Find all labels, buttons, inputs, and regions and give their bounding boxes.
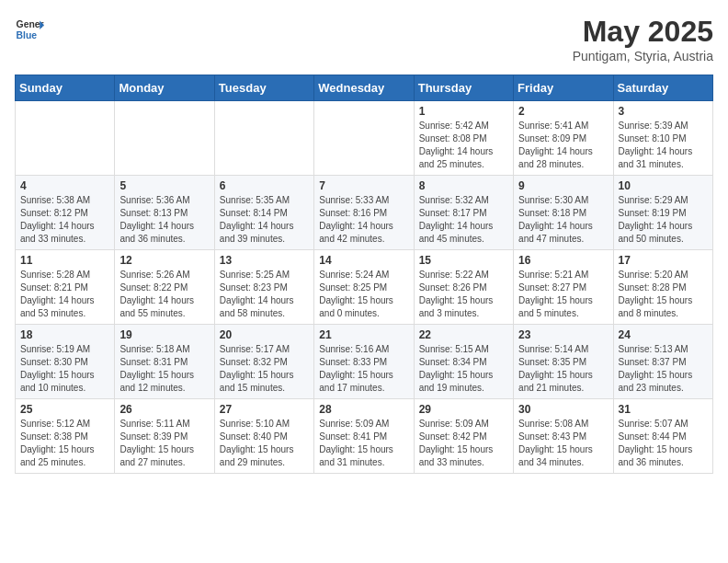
day-info: Sunrise: 5:35 AM Sunset: 8:14 PM Dayligh… <box>220 194 309 246</box>
weekday-header: Monday <box>115 75 214 101</box>
day-number: 5 <box>119 179 209 192</box>
day-number: 19 <box>119 328 209 341</box>
day-info: Sunrise: 5:14 AM Sunset: 8:35 PM Dayligh… <box>518 343 608 395</box>
calendar-cell: 19Sunrise: 5:18 AM Sunset: 8:31 PM Dayli… <box>115 325 214 399</box>
day-number: 21 <box>319 328 408 341</box>
day-info: Sunrise: 5:30 AM Sunset: 8:18 PM Dayligh… <box>518 194 608 246</box>
day-number: 26 <box>119 403 209 416</box>
day-info: Sunrise: 5:19 AM Sunset: 8:30 PM Dayligh… <box>20 343 109 395</box>
calendar-week-row: 11Sunrise: 5:28 AM Sunset: 8:21 PM Dayli… <box>16 250 713 325</box>
day-info: Sunrise: 5:11 AM Sunset: 8:39 PM Dayligh… <box>119 418 209 469</box>
calendar-table: SundayMondayTuesdayWednesdayThursdayFrid… <box>15 75 713 474</box>
calendar-cell: 11Sunrise: 5:28 AM Sunset: 8:21 PM Dayli… <box>16 250 115 325</box>
calendar-cell: 3Sunrise: 5:39 AM Sunset: 8:10 PM Daylig… <box>613 101 712 176</box>
calendar-cell <box>314 101 414 176</box>
calendar-cell: 23Sunrise: 5:14 AM Sunset: 8:35 PM Dayli… <box>514 325 613 399</box>
day-number: 20 <box>220 328 309 341</box>
title-block: May 2025 Puntigam, Styria, Austria <box>573 15 713 63</box>
day-number: 3 <box>619 105 708 118</box>
calendar-cell: 10Sunrise: 5:29 AM Sunset: 8:19 PM Dayli… <box>613 176 712 250</box>
day-number: 23 <box>518 328 608 341</box>
day-info: Sunrise: 5:28 AM Sunset: 8:21 PM Dayligh… <box>20 269 109 320</box>
day-info: Sunrise: 5:08 AM Sunset: 8:43 PM Dayligh… <box>518 418 608 469</box>
day-info: Sunrise: 5:18 AM Sunset: 8:31 PM Dayligh… <box>119 343 209 395</box>
day-number: 13 <box>220 254 309 267</box>
day-number: 9 <box>518 179 608 192</box>
calendar-cell: 2Sunrise: 5:41 AM Sunset: 8:09 PM Daylig… <box>514 101 613 176</box>
calendar-cell: 27Sunrise: 5:10 AM Sunset: 8:40 PM Dayli… <box>214 399 313 474</box>
subtitle: Puntigam, Styria, Austria <box>573 49 713 63</box>
day-info: Sunrise: 5:39 AM Sunset: 8:10 PM Dayligh… <box>619 120 708 171</box>
calendar-cell: 1Sunrise: 5:42 AM Sunset: 8:08 PM Daylig… <box>414 101 513 176</box>
day-number: 25 <box>20 403 109 416</box>
day-info: Sunrise: 5:21 AM Sunset: 8:27 PM Dayligh… <box>518 269 608 320</box>
calendar-cell: 22Sunrise: 5:15 AM Sunset: 8:34 PM Dayli… <box>414 325 513 399</box>
day-info: Sunrise: 5:42 AM Sunset: 8:08 PM Dayligh… <box>419 120 508 171</box>
calendar-cell <box>115 101 214 176</box>
day-info: Sunrise: 5:07 AM Sunset: 8:44 PM Dayligh… <box>619 418 708 469</box>
day-number: 27 <box>220 403 309 416</box>
calendar-week-row: 1Sunrise: 5:42 AM Sunset: 8:08 PM Daylig… <box>16 101 713 176</box>
calendar-cell: 21Sunrise: 5:16 AM Sunset: 8:33 PM Dayli… <box>314 325 414 399</box>
day-number: 6 <box>220 179 309 192</box>
day-number: 14 <box>319 254 408 267</box>
day-info: Sunrise: 5:33 AM Sunset: 8:16 PM Dayligh… <box>319 194 408 246</box>
day-number: 8 <box>419 179 508 192</box>
weekday-header: Thursday <box>414 75 513 101</box>
day-info: Sunrise: 5:32 AM Sunset: 8:17 PM Dayligh… <box>419 194 508 246</box>
calendar-cell: 28Sunrise: 5:09 AM Sunset: 8:41 PM Dayli… <box>314 399 414 474</box>
day-number: 10 <box>619 179 708 192</box>
day-info: Sunrise: 5:09 AM Sunset: 8:42 PM Dayligh… <box>419 418 508 469</box>
svg-text:Blue: Blue <box>17 30 38 40</box>
day-info: Sunrise: 5:26 AM Sunset: 8:22 PM Dayligh… <box>119 269 209 320</box>
calendar-cell: 6Sunrise: 5:35 AM Sunset: 8:14 PM Daylig… <box>214 176 313 250</box>
day-number: 28 <box>319 403 408 416</box>
calendar-cell: 20Sunrise: 5:17 AM Sunset: 8:32 PM Dayli… <box>214 325 313 399</box>
day-number: 1 <box>419 105 508 118</box>
day-info: Sunrise: 5:16 AM Sunset: 8:33 PM Dayligh… <box>319 343 408 395</box>
day-info: Sunrise: 5:22 AM Sunset: 8:26 PM Dayligh… <box>419 269 508 320</box>
calendar-cell: 26Sunrise: 5:11 AM Sunset: 8:39 PM Dayli… <box>115 399 214 474</box>
day-number: 4 <box>20 179 109 192</box>
day-number: 16 <box>518 254 608 267</box>
day-info: Sunrise: 5:25 AM Sunset: 8:23 PM Dayligh… <box>220 269 309 320</box>
calendar-cell: 12Sunrise: 5:26 AM Sunset: 8:22 PM Dayli… <box>115 250 214 325</box>
day-info: Sunrise: 5:29 AM Sunset: 8:19 PM Dayligh… <box>619 194 708 246</box>
day-number: 30 <box>518 403 608 416</box>
day-info: Sunrise: 5:20 AM Sunset: 8:28 PM Dayligh… <box>619 269 708 320</box>
calendar-cell: 25Sunrise: 5:12 AM Sunset: 8:38 PM Dayli… <box>16 399 115 474</box>
day-number: 15 <box>419 254 508 267</box>
day-info: Sunrise: 5:36 AM Sunset: 8:13 PM Dayligh… <box>119 194 209 246</box>
day-number: 11 <box>20 254 109 267</box>
calendar-cell: 31Sunrise: 5:07 AM Sunset: 8:44 PM Dayli… <box>613 399 712 474</box>
calendar-cell: 16Sunrise: 5:21 AM Sunset: 8:27 PM Dayli… <box>514 250 613 325</box>
day-info: Sunrise: 5:38 AM Sunset: 8:12 PM Dayligh… <box>20 194 109 246</box>
day-number: 29 <box>419 403 508 416</box>
day-number: 24 <box>619 328 708 341</box>
day-info: Sunrise: 5:15 AM Sunset: 8:34 PM Dayligh… <box>419 343 508 395</box>
calendar-cell: 5Sunrise: 5:36 AM Sunset: 8:13 PM Daylig… <box>115 176 214 250</box>
calendar-cell: 8Sunrise: 5:32 AM Sunset: 8:17 PM Daylig… <box>414 176 513 250</box>
day-number: 17 <box>619 254 708 267</box>
calendar-cell: 7Sunrise: 5:33 AM Sunset: 8:16 PM Daylig… <box>314 176 414 250</box>
weekday-header: Wednesday <box>314 75 414 101</box>
day-number: 12 <box>119 254 209 267</box>
day-info: Sunrise: 5:17 AM Sunset: 8:32 PM Dayligh… <box>220 343 309 395</box>
calendar-week-row: 25Sunrise: 5:12 AM Sunset: 8:38 PM Dayli… <box>16 399 713 474</box>
day-info: Sunrise: 5:24 AM Sunset: 8:25 PM Dayligh… <box>319 269 408 320</box>
calendar-cell: 14Sunrise: 5:24 AM Sunset: 8:25 PM Dayli… <box>314 250 414 325</box>
day-info: Sunrise: 5:12 AM Sunset: 8:38 PM Dayligh… <box>20 418 109 469</box>
calendar-week-row: 18Sunrise: 5:19 AM Sunset: 8:30 PM Dayli… <box>16 325 713 399</box>
day-info: Sunrise: 5:10 AM Sunset: 8:40 PM Dayligh… <box>220 418 309 469</box>
day-number: 7 <box>319 179 408 192</box>
calendar-cell: 17Sunrise: 5:20 AM Sunset: 8:28 PM Dayli… <box>613 250 712 325</box>
day-number: 2 <box>518 105 608 118</box>
calendar-cell: 13Sunrise: 5:25 AM Sunset: 8:23 PM Dayli… <box>214 250 313 325</box>
weekday-header: Sunday <box>16 75 115 101</box>
day-number: 18 <box>20 328 109 341</box>
day-number: 22 <box>419 328 508 341</box>
calendar-cell: 29Sunrise: 5:09 AM Sunset: 8:42 PM Dayli… <box>414 399 513 474</box>
day-info: Sunrise: 5:13 AM Sunset: 8:37 PM Dayligh… <box>619 343 708 395</box>
main-title: May 2025 <box>573 15 713 49</box>
weekday-header: Tuesday <box>214 75 313 101</box>
